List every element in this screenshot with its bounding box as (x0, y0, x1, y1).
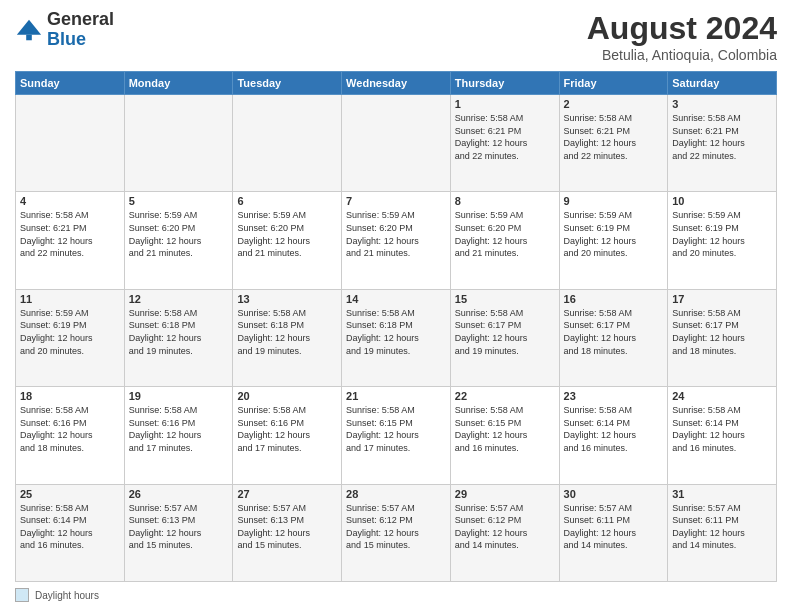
svg-marker-0 (17, 20, 41, 35)
day-info: Sunrise: 5:57 AM Sunset: 6:11 PM Dayligh… (672, 502, 772, 552)
day-number: 3 (672, 98, 772, 110)
day-number: 28 (346, 488, 446, 500)
day-info: Sunrise: 5:58 AM Sunset: 6:18 PM Dayligh… (237, 307, 337, 357)
week-row-4: 18Sunrise: 5:58 AM Sunset: 6:16 PM Dayli… (16, 387, 777, 484)
day-info: Sunrise: 5:57 AM Sunset: 6:12 PM Dayligh… (346, 502, 446, 552)
week-row-1: 1Sunrise: 5:58 AM Sunset: 6:21 PM Daylig… (16, 95, 777, 192)
day-info: Sunrise: 5:59 AM Sunset: 6:20 PM Dayligh… (455, 209, 555, 259)
header: General Blue August 2024 Betulia, Antioq… (15, 10, 777, 63)
calendar-cell: 14Sunrise: 5:58 AM Sunset: 6:18 PM Dayli… (342, 289, 451, 386)
day-number: 13 (237, 293, 337, 305)
calendar-cell: 5Sunrise: 5:59 AM Sunset: 6:20 PM Daylig… (124, 192, 233, 289)
calendar-cell: 22Sunrise: 5:58 AM Sunset: 6:15 PM Dayli… (450, 387, 559, 484)
day-number: 8 (455, 195, 555, 207)
day-number: 23 (564, 390, 664, 402)
day-info: Sunrise: 5:58 AM Sunset: 6:14 PM Dayligh… (564, 404, 664, 454)
calendar-cell: 9Sunrise: 5:59 AM Sunset: 6:19 PM Daylig… (559, 192, 668, 289)
day-number: 27 (237, 488, 337, 500)
calendar-cell: 4Sunrise: 5:58 AM Sunset: 6:21 PM Daylig… (16, 192, 125, 289)
logo-general-text: General (47, 9, 114, 29)
calendar-cell (342, 95, 451, 192)
calendar-cell (233, 95, 342, 192)
calendar-table: SundayMondayTuesdayWednesdayThursdayFrid… (15, 71, 777, 582)
day-number: 30 (564, 488, 664, 500)
week-row-5: 25Sunrise: 5:58 AM Sunset: 6:14 PM Dayli… (16, 484, 777, 581)
logo-blue-text: Blue (47, 29, 86, 49)
day-number: 15 (455, 293, 555, 305)
day-number: 1 (455, 98, 555, 110)
day-info: Sunrise: 5:58 AM Sunset: 6:15 PM Dayligh… (346, 404, 446, 454)
day-info: Sunrise: 5:58 AM Sunset: 6:16 PM Dayligh… (20, 404, 120, 454)
day-header-wednesday: Wednesday (342, 72, 451, 95)
day-info: Sunrise: 5:58 AM Sunset: 6:21 PM Dayligh… (455, 112, 555, 162)
week-row-2: 4Sunrise: 5:58 AM Sunset: 6:21 PM Daylig… (16, 192, 777, 289)
day-number: 17 (672, 293, 772, 305)
day-info: Sunrise: 5:57 AM Sunset: 6:12 PM Dayligh… (455, 502, 555, 552)
daylight-legend-box (15, 588, 29, 602)
day-header-tuesday: Tuesday (233, 72, 342, 95)
day-info: Sunrise: 5:58 AM Sunset: 6:17 PM Dayligh… (672, 307, 772, 357)
day-header-thursday: Thursday (450, 72, 559, 95)
calendar-cell: 17Sunrise: 5:58 AM Sunset: 6:17 PM Dayli… (668, 289, 777, 386)
calendar-cell: 8Sunrise: 5:59 AM Sunset: 6:20 PM Daylig… (450, 192, 559, 289)
svg-rect-1 (26, 34, 32, 40)
calendar-cell: 25Sunrise: 5:58 AM Sunset: 6:14 PM Dayli… (16, 484, 125, 581)
calendar-cell: 15Sunrise: 5:58 AM Sunset: 6:17 PM Dayli… (450, 289, 559, 386)
day-info: Sunrise: 5:58 AM Sunset: 6:17 PM Dayligh… (564, 307, 664, 357)
day-info: Sunrise: 5:59 AM Sunset: 6:19 PM Dayligh… (672, 209, 772, 259)
day-number: 25 (20, 488, 120, 500)
day-number: 14 (346, 293, 446, 305)
day-info: Sunrise: 5:58 AM Sunset: 6:16 PM Dayligh… (237, 404, 337, 454)
day-info: Sunrise: 5:59 AM Sunset: 6:19 PM Dayligh… (20, 307, 120, 357)
day-number: 12 (129, 293, 229, 305)
day-number: 16 (564, 293, 664, 305)
day-number: 11 (20, 293, 120, 305)
calendar-cell: 18Sunrise: 5:58 AM Sunset: 6:16 PM Dayli… (16, 387, 125, 484)
calendar-cell: 31Sunrise: 5:57 AM Sunset: 6:11 PM Dayli… (668, 484, 777, 581)
day-info: Sunrise: 5:58 AM Sunset: 6:14 PM Dayligh… (20, 502, 120, 552)
day-number: 7 (346, 195, 446, 207)
calendar-cell: 12Sunrise: 5:58 AM Sunset: 6:18 PM Dayli… (124, 289, 233, 386)
day-number: 22 (455, 390, 555, 402)
calendar-cell: 10Sunrise: 5:59 AM Sunset: 6:19 PM Dayli… (668, 192, 777, 289)
day-info: Sunrise: 5:57 AM Sunset: 6:13 PM Dayligh… (129, 502, 229, 552)
calendar-cell: 16Sunrise: 5:58 AM Sunset: 6:17 PM Dayli… (559, 289, 668, 386)
calendar-cell: 23Sunrise: 5:58 AM Sunset: 6:14 PM Dayli… (559, 387, 668, 484)
calendar-cell: 28Sunrise: 5:57 AM Sunset: 6:12 PM Dayli… (342, 484, 451, 581)
day-number: 21 (346, 390, 446, 402)
calendar-cell: 6Sunrise: 5:59 AM Sunset: 6:20 PM Daylig… (233, 192, 342, 289)
day-info: Sunrise: 5:59 AM Sunset: 6:20 PM Dayligh… (346, 209, 446, 259)
day-number: 26 (129, 488, 229, 500)
day-info: Sunrise: 5:58 AM Sunset: 6:14 PM Dayligh… (672, 404, 772, 454)
day-number: 10 (672, 195, 772, 207)
page: General Blue August 2024 Betulia, Antioq… (0, 0, 792, 612)
calendar-cell: 3Sunrise: 5:58 AM Sunset: 6:21 PM Daylig… (668, 95, 777, 192)
logo-icon (15, 16, 43, 44)
calendar-cell: 11Sunrise: 5:59 AM Sunset: 6:19 PM Dayli… (16, 289, 125, 386)
day-number: 2 (564, 98, 664, 110)
calendar-cell: 21Sunrise: 5:58 AM Sunset: 6:15 PM Dayli… (342, 387, 451, 484)
footer: Daylight hours (15, 588, 777, 602)
main-title: August 2024 (587, 10, 777, 47)
day-info: Sunrise: 5:58 AM Sunset: 6:21 PM Dayligh… (564, 112, 664, 162)
calendar-header-row: SundayMondayTuesdayWednesdayThursdayFrid… (16, 72, 777, 95)
day-header-saturday: Saturday (668, 72, 777, 95)
title-block: August 2024 Betulia, Antioquia, Colombia (587, 10, 777, 63)
day-info: Sunrise: 5:57 AM Sunset: 6:13 PM Dayligh… (237, 502, 337, 552)
day-info: Sunrise: 5:57 AM Sunset: 6:11 PM Dayligh… (564, 502, 664, 552)
day-number: 18 (20, 390, 120, 402)
day-info: Sunrise: 5:59 AM Sunset: 6:19 PM Dayligh… (564, 209, 664, 259)
daylight-legend-label: Daylight hours (35, 590, 99, 601)
day-info: Sunrise: 5:58 AM Sunset: 6:16 PM Dayligh… (129, 404, 229, 454)
week-row-3: 11Sunrise: 5:59 AM Sunset: 6:19 PM Dayli… (16, 289, 777, 386)
logo: General Blue (15, 10, 114, 50)
calendar-cell: 13Sunrise: 5:58 AM Sunset: 6:18 PM Dayli… (233, 289, 342, 386)
day-header-friday: Friday (559, 72, 668, 95)
calendar-cell: 29Sunrise: 5:57 AM Sunset: 6:12 PM Dayli… (450, 484, 559, 581)
day-number: 24 (672, 390, 772, 402)
sub-title: Betulia, Antioquia, Colombia (587, 47, 777, 63)
day-number: 6 (237, 195, 337, 207)
day-header-monday: Monday (124, 72, 233, 95)
day-number: 31 (672, 488, 772, 500)
calendar-cell (16, 95, 125, 192)
